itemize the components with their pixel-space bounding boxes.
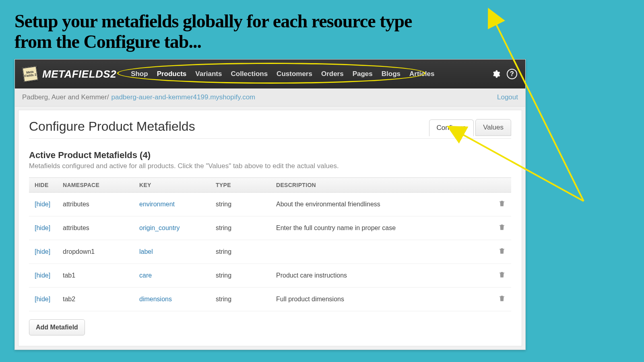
nav-blogs[interactable]: Blogs — [382, 70, 400, 78]
cell-type: string — [210, 240, 270, 264]
key-link[interactable]: origin_country — [139, 224, 180, 231]
hide-link[interactable]: [hide] — [35, 201, 50, 208]
key-link[interactable]: label — [139, 248, 153, 255]
hide-link[interactable]: [hide] — [35, 296, 50, 302]
hide-link[interactable]: [hide] — [35, 224, 50, 231]
nav-customers[interactable]: Customers — [277, 70, 312, 78]
cell-namespace: attributes — [57, 193, 134, 216]
breadcrumb-bar: Padberg, Auer and Kemmer / padberg-auer-… — [15, 88, 525, 107]
brand-label: METAFIELDS2 — [42, 68, 116, 80]
cell-description — [270, 240, 493, 264]
nav-articles[interactable]: Articles — [409, 70, 434, 78]
nav-orders[interactable]: Orders — [321, 70, 344, 78]
cell-type: string — [210, 193, 270, 216]
key-link[interactable]: dimensions — [139, 296, 172, 302]
cell-namespace: attributes — [57, 216, 134, 240]
nav-collections[interactable]: Collections — [231, 70, 268, 78]
trash-icon[interactable] — [498, 224, 506, 231]
nav-shop[interactable]: Shop — [131, 70, 148, 78]
breadcrumb-domain-link[interactable]: padberg-auer-and-kemmer4199.myshopify.co… — [111, 93, 255, 101]
table-row: [hide]tab2dimensionsstringFull product d… — [29, 288, 511, 311]
main-panel: Configure Product Metafields ConfigureVa… — [18, 110, 522, 346]
cell-type: string — [210, 288, 270, 311]
col-type: TYPE — [210, 178, 270, 193]
tab-group: ConfigureValues — [429, 119, 511, 136]
key-link[interactable]: care — [139, 272, 152, 279]
cell-namespace: tab1 — [57, 264, 134, 288]
metafields-table: HIDE NAMESPACE KEY TYPE DESCRIPTION [hid… — [29, 177, 511, 311]
cell-description: About the environmental friendliness — [270, 193, 493, 216]
primary-nav: ShopProductsVariantsCollectionsCustomers… — [131, 70, 434, 78]
col-description: DESCRIPTION — [270, 178, 493, 193]
cell-description: Product care instructions — [270, 264, 493, 288]
tab-values[interactable]: Values — [475, 119, 511, 136]
trash-icon[interactable] — [498, 247, 506, 255]
cell-namespace: dropdown1 — [57, 240, 134, 264]
nav-pages[interactable]: Pages — [353, 70, 373, 78]
app-window: Meta Fields 2 METAFIELDS2 ShopProductsVa… — [14, 59, 526, 350]
col-key: KEY — [134, 178, 210, 193]
key-link[interactable]: environment — [139, 201, 175, 208]
hide-link[interactable]: [hide] — [35, 272, 50, 279]
cell-namespace: tab2 — [57, 288, 134, 311]
add-metafield-button[interactable]: Add Metafield — [29, 319, 85, 335]
col-namespace: NAMESPACE — [57, 178, 134, 193]
settings-icon[interactable] — [491, 69, 501, 79]
help-icon[interactable]: ? — [507, 69, 517, 79]
logout-link[interactable]: Logout — [497, 93, 518, 101]
cell-description: Enter the full country name in proper ca… — [270, 216, 493, 240]
table-row: [hide]tab1carestringProduct care instruc… — [29, 264, 511, 288]
section-description: Metafields configured and active for all… — [29, 162, 511, 170]
breadcrumb-sep: / — [107, 93, 109, 101]
tab-configure[interactable]: Configure — [429, 119, 474, 136]
top-navbar: Meta Fields 2 METAFIELDS2 ShopProductsVa… — [15, 60, 525, 88]
trash-icon[interactable] — [498, 200, 506, 207]
section-heading: Active Product Metafields (4) — [29, 150, 511, 160]
hide-link[interactable]: [hide] — [35, 248, 50, 255]
nav-products[interactable]: Products — [157, 70, 187, 78]
cell-type: string — [210, 264, 270, 288]
page-title: Configure Product Metafields — [29, 119, 195, 134]
table-row: [hide]attributesenvironmentstringAbout t… — [29, 193, 511, 216]
cell-type: string — [210, 216, 270, 240]
slide-headline: Setup your metafields globally for each … — [0, 0, 443, 59]
nav-variants[interactable]: Variants — [195, 70, 222, 78]
cell-description: Full product dimensions — [270, 288, 493, 311]
trash-icon[interactable] — [498, 271, 506, 278]
breadcrumb-store: Padberg, Auer and Kemmer — [22, 93, 107, 101]
trash-icon[interactable] — [498, 295, 506, 302]
col-hide: HIDE — [29, 178, 57, 193]
table-row: [hide]attributesorigin_countrystringEnte… — [29, 216, 511, 240]
table-row: [hide]dropdown1labelstring — [29, 240, 511, 264]
logo-icon: Meta Fields 2 — [22, 66, 39, 82]
